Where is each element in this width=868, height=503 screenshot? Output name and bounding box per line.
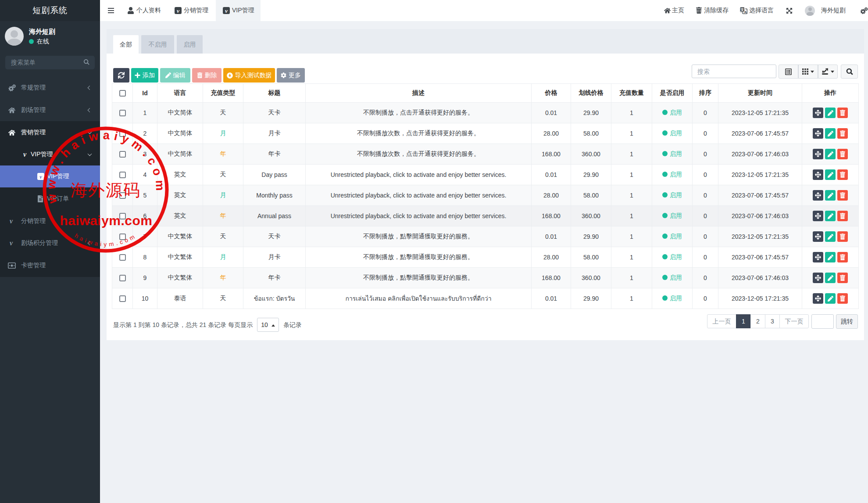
svg-text:v: v <box>39 174 42 180</box>
svg-text:v: v <box>225 7 228 14</box>
svg-text:v: v <box>177 7 180 14</box>
svg-text:文: 文 <box>740 7 744 12</box>
svg-text:A: A <box>744 10 747 14</box>
